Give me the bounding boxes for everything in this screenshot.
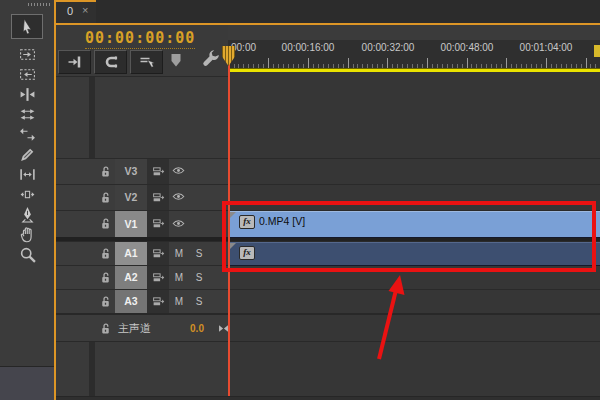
slide-tool[interactable] [13,184,41,204]
eye-icon [172,190,186,204]
lock-icon[interactable] [95,315,115,341]
track-lock-toggle[interactable] [95,184,115,210]
playhead-timecode[interactable]: 00:00:00:00 [85,29,195,49]
sync-lock-icon [152,247,165,260]
solo-button[interactable]: S [189,265,209,289]
time-ruler[interactable]: 00:0000:00:16:0000:00:32:0000:00:48:0000… [228,40,600,68]
track-header-v1: V1 [56,210,228,237]
track-select-backward-tool[interactable] [13,64,41,84]
slip-tool[interactable] [13,164,41,184]
timeline-settings-button[interactable] [201,50,220,69]
track-target-button[interactable]: A2 [115,265,147,289]
rate-stretch-tool[interactable] [13,124,41,144]
track-lock-toggle[interactable] [95,241,115,265]
track-target-button[interactable]: V1 [115,210,147,237]
linked-selection-button[interactable] [130,50,163,74]
audio-clip[interactable]: fx [229,242,600,266]
panel-below-tools [0,366,54,400]
insert-overwrite-nest-button[interactable] [58,50,91,74]
snap-button[interactable] [94,50,127,74]
sync-lock-toggle[interactable] [147,265,169,289]
mute-button[interactable]: M [169,241,189,265]
divider [56,184,600,185]
linked-selection-icon [139,54,155,70]
sync-lock-icon [152,191,165,204]
razor-tool[interactable] [13,144,41,164]
solo-button[interactable]: S [189,289,209,313]
fx-badge[interactable]: fx [239,215,255,229]
clip-fade-corner[interactable] [229,243,236,250]
sync-lock-toggle[interactable] [147,158,169,184]
lock-icon [99,295,112,308]
hand-icon [19,226,36,243]
zoom-tool[interactable] [13,244,41,264]
tab-bar [56,0,600,23]
sync-lock-toggle[interactable] [147,210,169,237]
track-target-button[interactable]: A3 [115,289,147,313]
marker-icon [168,52,184,68]
master-track-header: 主声道 0.0 [56,315,228,341]
ruler-tick [308,58,309,68]
sync-lock-icon [152,295,165,308]
eye-icon [172,164,186,178]
rate-stretch-icon [19,126,36,143]
sync-lock-icon [152,165,165,178]
tab-title[interactable]: 0 [67,5,73,17]
ripple-edit-tool[interactable] [13,84,41,104]
pen-icon [19,206,36,223]
lock-icon [99,271,112,284]
track-header-a2: A2MS [56,265,228,289]
clip-label: 0.MP4 [V] [259,215,305,227]
track-header-a1: A1MS [56,241,228,265]
hand-tool[interactable] [13,224,41,244]
ruler-tick [546,58,547,68]
lock-icon [99,165,112,178]
sync-lock-toggle[interactable] [147,241,169,265]
mute-button[interactable]: M [169,289,189,313]
track-lock-toggle[interactable] [95,289,115,313]
track-select-forward-tool[interactable] [13,44,41,64]
clip-fade-corner[interactable] [229,212,236,219]
master-volume-value[interactable]: 0.0 [180,315,214,341]
sync-lock-icon [152,217,165,230]
track-target-button[interactable]: V2 [115,184,147,210]
tab-sequence-0[interactable] [56,0,96,23]
track-header-v3: V3 [56,158,228,184]
mute-button[interactable]: M [169,265,189,289]
pen-tool[interactable] [13,204,41,224]
ruler-tick [586,58,587,68]
premiere-timeline-window: 0 × 00:00:00:00 00:0000:00:16:0000:00:32… [0,0,600,400]
track-header-v2: V2 [56,184,228,210]
ruler-tick [387,58,388,68]
slip-icon [19,166,36,183]
magnifier-icon [19,246,36,263]
ruler-time-label: 00:00:16:00 [282,42,335,53]
track-lock-toggle[interactable] [95,210,115,237]
track-output-toggle[interactable] [169,184,189,210]
divider [56,289,600,290]
nest-icon [67,54,83,70]
track-output-toggle[interactable] [169,158,189,184]
solo-button[interactable]: S [189,241,209,265]
track-lock-toggle[interactable] [95,265,115,289]
track-target-button[interactable]: A1 [115,241,147,265]
track-target-button[interactable]: V3 [115,158,147,184]
slide-icon [19,186,36,203]
lock-icon [99,217,112,230]
divider [56,158,600,159]
selection-tool[interactable] [11,14,43,39]
track-lock-toggle[interactable] [95,158,115,184]
track-output-toggle[interactable] [169,210,189,237]
magnet-icon [103,54,119,70]
tools-panel-grip[interactable] [28,3,52,6]
video-clip[interactable]: fx0.MP4 [V] [229,211,600,238]
fx-badge[interactable]: fx [239,246,255,260]
sync-lock-toggle[interactable] [147,184,169,210]
lock-icon [99,191,112,204]
add-marker-button[interactable] [168,52,184,68]
tab-close-icon[interactable]: × [82,4,88,16]
rolling-edit-tool[interactable] [13,104,41,124]
sync-lock-toggle[interactable] [147,289,169,313]
work-area-end-handle[interactable] [594,45,600,57]
ruler-time-label: 00:00:48:00 [441,42,494,53]
